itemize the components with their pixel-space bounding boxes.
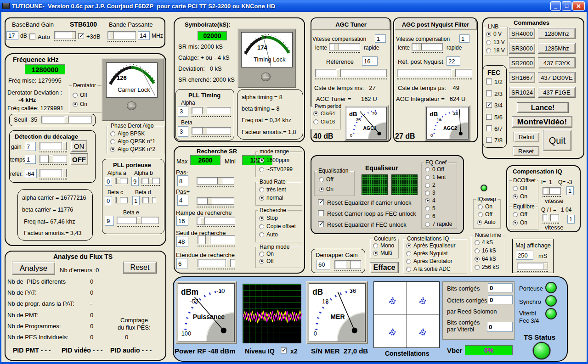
slider-thumb[interactable] [202, 107, 207, 114]
noise-4ks-option[interactable]: 4 kS [475, 239, 493, 246]
eqcoef-2-option[interactable]: 2 [425, 182, 435, 188]
slider-thumb[interactable] [64, 116, 69, 123]
pas-minus-input[interactable]: 8 [177, 175, 188, 186]
slider-thumb[interactable] [200, 217, 205, 225]
slider-thumb[interactable] [547, 214, 551, 221]
pll-alpha-slider[interactable] [192, 107, 231, 114]
efface-button[interactable]: Efface [370, 262, 399, 273]
bits-viterbi-input[interactable]: 0 [487, 322, 513, 332]
eqcoef-6-option[interactable]: 6 [425, 213, 435, 219]
frequence-value[interactable]: 1280000 [25, 64, 65, 74]
close-button[interactable]: ✕ [572, 1, 585, 11]
octets-corriges-input[interactable]: 0 [488, 295, 513, 304]
derotator-on-option[interactable]: On [73, 101, 87, 107]
apres-derotator-option[interactable]: Après Dérotator [406, 258, 452, 264]
detection-temps-input[interactable]: 1 [25, 155, 36, 164]
noise-16ks-option[interactable]: 16 kS [475, 247, 496, 254]
freq-437dg0ve-button[interactable]: 437 DG0VE [538, 72, 576, 83]
slider-thumb[interactable] [417, 43, 422, 50]
lance-button[interactable]: Lance! [517, 102, 569, 113]
noise-64ks-option[interactable]: 64 kS [475, 256, 496, 262]
freq-1280-button[interactable]: 1280Mhz [538, 28, 576, 39]
analyse-reset-button[interactable]: Reset [123, 262, 157, 274]
eqcoef-0-option[interactable]: 0 Off [425, 166, 444, 173]
algo-qpsk2-option[interactable]: Algo QPSK n°2 [110, 146, 155, 152]
beta-d-slider[interactable] [142, 197, 156, 203]
algo-qpsk1-option[interactable]: Algo QPSK n°1 [110, 138, 155, 145]
mode-stv0299-option[interactable]: ~STV0299 [259, 166, 293, 173]
dcoffset-vitesse-input[interactable]: 1 [566, 186, 574, 195]
sr2000-button[interactable]: SR2000 [509, 57, 535, 68]
equilibre-vitesse-input[interactable]: 1 [567, 215, 575, 224]
analyse-button[interactable]: Analyse [12, 262, 55, 275]
copie-offset-option[interactable]: Copie offset [259, 223, 300, 230]
slider-thumb[interactable] [71, 31, 76, 39]
clk64-option[interactable]: Clk/64 [313, 111, 335, 116]
slider-thumb[interactable] [62, 169, 67, 177]
freq-1285-button[interactable]: 1285Mhz [538, 43, 576, 54]
eqcoef-4-option[interactable]: 4 [425, 197, 435, 204]
mono-option[interactable]: Mono [373, 242, 394, 249]
detection-on-button[interactable]: ON [71, 140, 87, 152]
slider-thumb[interactable] [136, 217, 141, 224]
plus3db-checkbox[interactable] [78, 33, 84, 39]
slider-thumb[interactable] [48, 155, 53, 163]
nyq-vitesse-input[interactable]: 1 [459, 34, 469, 43]
alpha-b-input[interactable]: 9 [131, 177, 139, 186]
reset-eq-carrier-checkbox[interactable] [318, 199, 324, 205]
equilibre-off-option[interactable]: Off [513, 211, 527, 218]
fec-34-checkbox[interactable] [486, 102, 492, 108]
auto-checkbox[interactable] [29, 34, 35, 39]
stop-option[interactable]: Stop [259, 215, 278, 221]
apres-equaliseur-option[interactable]: Après Equaliseur [406, 242, 455, 249]
eqcoef-5-option[interactable]: 5 [425, 205, 435, 212]
slider-thumb[interactable] [205, 235, 210, 244]
maj-affichage-input[interactable]: 250 [516, 251, 533, 260]
dcoffset-slider[interactable] [543, 187, 561, 195]
iqswap-off-option[interactable]: Off [478, 211, 492, 218]
montre-video-button[interactable]: MontreVidéo! [512, 116, 572, 128]
baseband-gain-slider[interactable] [54, 31, 76, 39]
freq-437f1ge-button[interactable]: 437 F1GE [538, 87, 576, 98]
agc-vitesse-slider[interactable] [329, 43, 360, 50]
sr4000-button[interactable]: SR4000 [509, 28, 535, 39]
slider-thumb[interactable] [116, 197, 120, 203]
slider-thumb[interactable] [207, 197, 212, 205]
pas-minus-slider[interactable] [197, 177, 234, 185]
sr3000-button[interactable]: SR3000 [509, 43, 535, 54]
slider-thumb[interactable] [543, 263, 548, 269]
pas-plus-slider[interactable] [197, 197, 234, 205]
slider-thumb[interactable] [109, 31, 114, 39]
nyq-reference-slider[interactable] [397, 69, 472, 77]
slider-thumb[interactable] [226, 259, 231, 267]
tres-lent-option[interactable]: très lent [259, 186, 286, 193]
fec-78-checkbox[interactable] [486, 137, 492, 143]
eqcoef-3-option[interactable]: 3 [425, 190, 435, 196]
eqcoef-1-option[interactable]: 1 lent [425, 174, 446, 180]
fec-23-checkbox[interactable] [486, 90, 492, 96]
seuil-recherche-input[interactable]: 48 [176, 236, 188, 247]
slider-thumb[interactable] [336, 69, 341, 77]
pll-beta-input[interactable]: 3 [178, 126, 188, 137]
reinit-button[interactable]: ReInit [514, 132, 539, 142]
mode-1600ppm-option[interactable]: 1600ppm [259, 157, 289, 163]
algo-bpsk-option[interactable]: Algo BPSK [110, 130, 145, 137]
sr1667-button[interactable]: SR1667 [509, 72, 535, 83]
slider-thumb[interactable] [148, 197, 153, 203]
detection-gain-slider[interactable] [40, 142, 67, 150]
sortie-adc-option[interactable]: A la sortie ADC [406, 266, 451, 272]
nyq-vitesse-slider[interactable] [412, 43, 443, 50]
dcoffset-off-option[interactable]: Off [513, 185, 527, 191]
equilibre-on-option[interactable]: On [513, 219, 527, 226]
bande-passante-slider[interactable] [107, 31, 136, 39]
slider-thumb[interactable] [334, 43, 339, 50]
sr1024-button[interactable]: SR1024 [509, 87, 535, 98]
slider-thumb[interactable] [148, 178, 153, 184]
fec-12-checkbox[interactable] [486, 78, 492, 84]
bits-corriges-input[interactable]: 0 [488, 283, 513, 292]
detection-temps-slider[interactable] [40, 155, 67, 163]
seuil-slider[interactable] [41, 116, 92, 123]
slider-thumb[interactable] [451, 69, 456, 77]
ref-nyquist-input[interactable]: 22 [447, 56, 460, 66]
detection-off-button[interactable]: OFF [70, 153, 88, 165]
